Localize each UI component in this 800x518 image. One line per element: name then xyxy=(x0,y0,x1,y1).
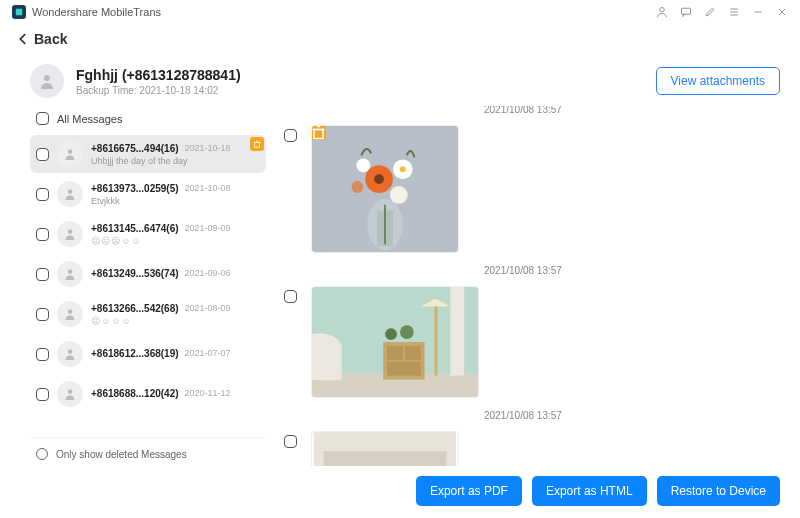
export-html-button[interactable]: Export as HTML xyxy=(532,476,647,506)
only-deleted-radio[interactable] xyxy=(36,448,48,460)
attachment-checkbox[interactable] xyxy=(284,435,297,448)
svg-rect-34 xyxy=(450,287,464,376)
conversation-body: +8618612...368(19) 2021-07-07 xyxy=(91,348,262,361)
svg-rect-33 xyxy=(435,299,438,376)
conversation-body: +8613973...0259(5) 2021-10-08 Etvjkkk xyxy=(91,183,262,206)
svg-rect-0 xyxy=(16,9,22,15)
conversation-checkbox[interactable] xyxy=(36,228,49,241)
all-messages-row[interactable]: All Messages xyxy=(30,106,266,135)
conversation-preview: Etvjkkk xyxy=(91,196,262,206)
attachment-timestamp: 2021/10/08 13:57 xyxy=(284,106,780,115)
svg-point-22 xyxy=(356,158,370,172)
conversation-list: +8616675...494(16) 2021-10-18 Uhbjjj the… xyxy=(30,135,266,437)
contact-name: Fghhjj (+8613128788841) xyxy=(76,67,241,83)
app-logo xyxy=(12,5,26,19)
svg-rect-30 xyxy=(387,362,421,376)
back-button[interactable]: Back xyxy=(16,31,67,47)
titlebar-icons xyxy=(656,6,788,18)
back-label: Back xyxy=(34,31,67,47)
conversation-checkbox[interactable] xyxy=(36,348,49,361)
person-icon xyxy=(64,308,76,320)
footer: Export as PDF Export as HTML Restore to … xyxy=(0,466,800,518)
svg-point-1 xyxy=(660,8,665,13)
main-body: All Messages +8616675...494(16) 2021-10-… xyxy=(0,106,800,466)
conversation-phone: +8618688...120(42) xyxy=(91,388,179,399)
conversation-top: +8613266...542(68) 2021-08-09 xyxy=(91,303,262,314)
person-icon xyxy=(39,73,55,89)
back-row: Back xyxy=(0,24,800,54)
conversation-checkbox[interactable] xyxy=(36,308,49,321)
conversation-top: +8613973...0259(5) 2021-10-08 xyxy=(91,183,262,194)
conversation-phone: +8618612...368(19) xyxy=(91,348,179,359)
logo-icon xyxy=(15,8,23,16)
svg-point-8 xyxy=(68,270,73,275)
conversation-item[interactable]: +8613973...0259(5) 2021-10-08 Etvjkkk xyxy=(30,175,266,213)
conversation-date: 2021-09-06 xyxy=(185,268,231,278)
contact-avatar xyxy=(30,64,64,98)
svg-point-32 xyxy=(400,325,414,339)
conversation-item[interactable]: +8616675...494(16) 2021-10-18 Uhbjjj the… xyxy=(30,135,266,173)
conversation-date: 2021-07-07 xyxy=(185,348,231,358)
conversation-item[interactable]: +8618688...120(42) 2020-11-12 xyxy=(30,375,266,413)
attachment-timestamp: 2021/10/08 13:57 xyxy=(284,265,780,276)
conversation-body: +8613266...542(68) 2021-08-09 ☹☺☺☺ xyxy=(91,303,262,326)
svg-point-10 xyxy=(68,350,73,355)
person-icon xyxy=(64,388,76,400)
attachment-content: 2021/10/08 13:57 2021/10/08 13:57 2021/1… xyxy=(266,106,800,466)
attachment-thumbnail[interactable] xyxy=(311,125,459,253)
svg-point-4 xyxy=(68,150,73,155)
conversation-date: 2021-08-09 xyxy=(185,303,231,313)
conversation-checkbox[interactable] xyxy=(36,388,49,401)
conversation-date: 2021-09-09 xyxy=(185,223,231,233)
user-icon[interactable] xyxy=(656,6,668,18)
attachment-checkbox[interactable] xyxy=(284,129,297,142)
close-icon[interactable] xyxy=(776,6,788,18)
conversation-checkbox[interactable] xyxy=(36,188,49,201)
svg-rect-2 xyxy=(682,8,691,14)
svg-point-6 xyxy=(68,190,73,195)
conversation-checkbox[interactable] xyxy=(36,268,49,281)
feedback-icon[interactable] xyxy=(680,6,692,18)
conversation-top: +8616675...494(16) 2021-10-18 xyxy=(91,143,262,154)
titlebar: Wondershare MobileTrans xyxy=(0,0,800,24)
conversation-phone: +8616675...494(16) xyxy=(91,143,179,154)
view-attachments-button[interactable]: View attachments xyxy=(656,67,781,95)
menu-icon[interactable] xyxy=(728,6,740,18)
contact-header: Fghhjj (+8613128788841) Backup Time: 202… xyxy=(0,54,800,106)
conversation-item[interactable]: +8613266...542(68) 2021-08-09 ☹☺☺☺ xyxy=(30,295,266,333)
attachment-row xyxy=(284,125,780,253)
conversation-body: +8616675...494(16) 2021-10-18 Uhbjjj the… xyxy=(91,143,262,166)
conversation-checkbox[interactable] xyxy=(36,148,49,161)
conversation-item[interactable]: +8618612...368(19) 2021-07-07 xyxy=(30,335,266,373)
conversation-item[interactable]: +8613145...6474(6) 2021-09-09 ☹☹☹☺☺ xyxy=(30,215,266,253)
svg-point-31 xyxy=(385,328,397,340)
attachment-thumbnail[interactable] xyxy=(311,286,479,398)
only-deleted-row[interactable]: Only show deleted Messages xyxy=(30,437,266,466)
person-icon xyxy=(64,268,76,280)
conversation-phone: +8613973...0259(5) xyxy=(91,183,179,194)
conversation-top: +8618688...120(42) 2020-11-12 xyxy=(91,388,262,399)
conversation-avatar xyxy=(57,181,83,207)
app-name: Wondershare MobileTrans xyxy=(32,6,161,18)
conversation-phone: +8613266...542(68) xyxy=(91,303,179,314)
attachment-thumbnail[interactable] xyxy=(311,431,459,466)
conversation-body: +8618688...120(42) 2020-11-12 xyxy=(91,388,262,401)
conversation-item[interactable]: +8613249...536(74) 2021-09-06 xyxy=(30,255,266,293)
attachment-timestamp: 2021/10/08 13:57 xyxy=(284,410,780,421)
edit-icon[interactable] xyxy=(704,6,716,18)
svg-rect-36 xyxy=(323,451,446,466)
all-messages-checkbox[interactable] xyxy=(36,112,49,125)
conversation-preview: ☹☹☹☺☺ xyxy=(91,236,262,246)
minimize-icon[interactable] xyxy=(752,6,764,18)
svg-point-24 xyxy=(351,181,363,193)
attachment-checkbox[interactable] xyxy=(284,290,297,303)
svg-point-21 xyxy=(400,166,406,172)
svg-point-9 xyxy=(68,310,73,315)
svg-point-19 xyxy=(374,174,384,184)
restore-button[interactable]: Restore to Device xyxy=(657,476,780,506)
export-pdf-button[interactable]: Export as PDF xyxy=(416,476,522,506)
svg-rect-5 xyxy=(255,142,260,147)
person-icon xyxy=(64,228,76,240)
attachment-row xyxy=(284,431,780,466)
conversation-avatar xyxy=(57,341,83,367)
